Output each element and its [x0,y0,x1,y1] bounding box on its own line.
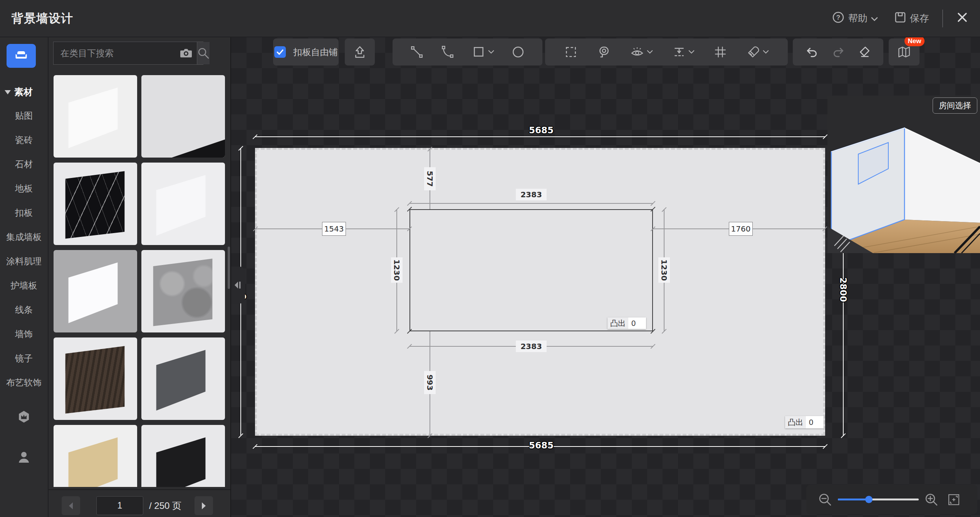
left-strip: 素材 贴图瓷砖石材地板扣板集成墙板涂料肌理护墙板线条墙饰镜子布艺软饰 [0,37,49,517]
toolbar-group-view [545,39,788,65]
room-preview-panel[interactable]: 房间选择 [827,96,980,253]
next-page-button[interactable] [195,496,213,515]
circle-tool-icon[interactable] [511,45,525,59]
measure-tape-icon[interactable] [597,45,611,59]
close-button[interactable] [956,11,968,26]
material-board [145,253,222,329]
topbar: 背景墙设计 ? 帮助 保存 [0,0,980,37]
material-tile-black-skirting[interactable] [141,425,225,487]
zoom-in-icon[interactable] [924,492,939,507]
dim-input-offset-right[interactable]: 1760 [729,222,753,236]
divider [49,489,230,490]
rectangle-tool-icon[interactable] [472,45,494,59]
category-list: 贴图瓷砖石材地板扣板集成墙板涂料肌理护墙板线条墙饰镜子布艺软饰 [0,104,48,395]
extend-align-icon[interactable] [672,45,695,59]
eraser-icon[interactable] [857,45,871,59]
material-board [57,428,134,487]
toolbar-group-free-tile: 扣板自由铺 [273,39,339,65]
chevron-down-icon [871,13,878,24]
dim-label-offset-top: 577 [424,167,436,190]
zoom-slider-fill [838,499,869,500]
category-item-贴图[interactable]: 贴图 [0,104,48,128]
category-item-扣板[interactable]: 扣板 [0,201,48,225]
category-item-墙饰[interactable]: 墙饰 [0,322,48,346]
zoom-slider[interactable] [838,499,919,500]
toolbar-group-draw [393,39,542,65]
scrollbar[interactable] [228,247,230,289]
visibility-icon[interactable] [630,45,653,59]
category-item-护墙板[interactable]: 护墙板 [0,274,48,298]
design-canvas[interactable]: 扣板自由铺 [231,37,980,517]
zoom-out-icon[interactable] [818,492,832,507]
material-tile-concrete-panel[interactable] [141,250,225,332]
material-board [145,79,225,158]
new-badge: New [904,37,925,46]
dim-label-wall-height-right: 2800 [838,269,848,311]
vip-button[interactable] [0,410,48,425]
section-materials[interactable]: 素材 [5,86,33,98]
fit-to-screen-icon[interactable] [947,493,960,506]
redo-icon[interactable] [831,45,845,59]
close-icon [956,11,968,26]
material-tile-white-skirting-ogee[interactable] [141,163,225,245]
help-label: 帮助 [848,12,868,25]
account-button[interactable] [0,450,48,465]
material-tile-black-panel[interactable] [141,75,225,158]
material-board [145,166,222,242]
category-item-涂料肌理[interactable]: 涂料肌理 [0,249,48,274]
category-item-地板[interactable]: 地板 [0,176,48,201]
guide-map-icon[interactable] [897,45,911,59]
paint-apply-icon[interactable] [747,45,769,59]
material-board [57,253,134,329]
dim-label-wall-width-top: 5685 [516,125,566,135]
protrude-tag-niche[interactable]: 凸出 0 [607,317,646,329]
dim-label-wall-width-bottom: 5685 [516,440,566,450]
material-tile-black-marble-panel[interactable] [54,163,137,245]
arc-tool-icon[interactable] [441,45,455,59]
dim-label-niche-width-bottom: 2383 [516,341,547,352]
checkbox-checked-icon[interactable] [274,46,286,58]
room-select-button[interactable]: 房间选择 [933,97,977,114]
grid-icon[interactable] [713,45,727,59]
protrude-tag-wall[interactable]: 凸出 0 [785,416,824,428]
zoom-slider-thumb[interactable] [865,496,873,503]
image-search-camera-icon[interactable] [180,42,197,64]
category-item-石材[interactable]: 石材 [0,152,48,176]
dim-label-offset-bottom: 993 [424,371,436,394]
category-item-布艺软饰[interactable]: 布艺软饰 [0,371,48,395]
room-3d-view [827,96,980,253]
dim-line-niche-top [409,203,653,204]
category-item-瓷砖[interactable]: 瓷砖 [0,128,48,152]
protrude-label: 凸出 [785,416,806,428]
material-tile-dark-wood-panel[interactable] [54,337,137,420]
category-item-镜子[interactable]: 镜子 [0,346,48,371]
material-library-tab[interactable] [7,44,36,68]
free-tile-toggle[interactable]: 扣板自由铺 [274,46,338,58]
protrude-value[interactable]: 0 [806,416,824,428]
category-item-线条[interactable]: 线条 [0,298,48,322]
help-button[interactable]: ? 帮助 [832,11,878,26]
materials-panel: / 250 页 [49,37,231,517]
toolbar-group-upload [345,39,375,65]
toolbar-group-history [793,39,883,65]
search-input[interactable] [54,42,180,64]
material-tile-white-skirting-flat-selected[interactable] [54,250,137,332]
search-button[interactable] [197,42,210,64]
collapse-panel-handle[interactable] [231,267,245,304]
dim-label-niche-height-left: 1230 [391,257,403,283]
protrude-value[interactable]: 0 [628,317,646,329]
material-tile-light-wood-skirting[interactable] [54,425,137,487]
zoom-bar [806,485,977,514]
upload-icon[interactable] [353,45,367,59]
material-tile-gray-skirting[interactable] [141,337,225,420]
niche-rectangle[interactable] [409,209,653,331]
page-number-input[interactable] [96,496,143,515]
prev-page-button[interactable] [62,496,80,515]
undo-icon[interactable] [805,45,819,59]
material-tile-white-skirting[interactable] [54,75,137,158]
save-button[interactable]: 保存 [894,11,929,26]
line-tool-icon[interactable] [410,45,424,59]
category-item-集成墙板[interactable]: 集成墙板 [0,225,48,249]
dim-input-offset-left[interactable]: 1543 [322,222,346,236]
marquee-select-icon[interactable] [564,45,578,59]
